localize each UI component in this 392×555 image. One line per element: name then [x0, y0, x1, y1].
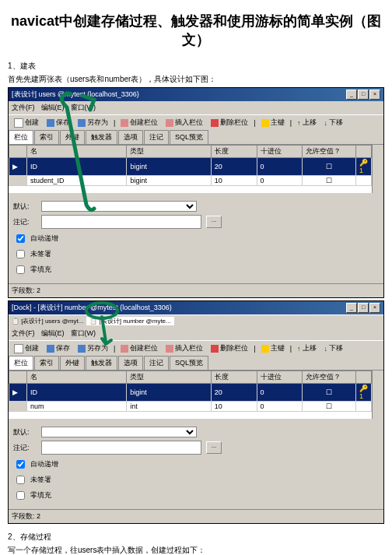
save-button[interactable]: 保存 — [44, 342, 72, 354]
titlebar[interactable]: [表设计] users @mytest (localhost_3306) _ □… — [9, 88, 383, 101]
scrollbar[interactable] — [372, 145, 383, 193]
tab-trigger[interactable]: 触发器 — [86, 356, 117, 370]
field-form: 默认: 注记: ... 自动递增 未签署 零填充 — [9, 419, 383, 509]
saveas-icon — [78, 345, 86, 353]
field-grid[interactable]: 名 类型 长度 十进位 允许空值？ ▶ ID bigint 20 0 ☐ 🔑1 — [9, 371, 372, 419]
save-icon — [47, 119, 54, 127]
page-title: navicat中创建存储过程、触发器和使用游标的简单实例（图文） — [8, 12, 384, 49]
maximize-button[interactable]: □ — [358, 90, 369, 100]
field-grid[interactable]: 名 类型 长度 十进位 允许空值？ ▶ ID bigint 20 0 ☐ 🔑1 — [9, 145, 372, 193]
new-icon — [14, 118, 23, 128]
menu-edit[interactable]: 编辑(E) — [41, 103, 65, 113]
col-name[interactable]: 名 — [26, 146, 126, 158]
comment-input[interactable] — [41, 215, 201, 229]
tab-fk[interactable]: 外键 — [60, 356, 85, 370]
tab-options[interactable]: 选项 — [118, 130, 143, 144]
comment-browse-button[interactable]: ... — [206, 216, 222, 228]
menu-window[interactable]: 窗口(W) — [71, 328, 96, 339]
delcol-button[interactable]: 删除栏位 — [208, 342, 250, 354]
autoinc-checkbox[interactable] — [16, 234, 25, 243]
pk-button[interactable]: 主键 — [259, 342, 287, 354]
tab-options[interactable]: 选项 — [118, 356, 143, 370]
menu-file[interactable]: 文件(F) — [12, 103, 35, 113]
menu-file[interactable]: 文件(F) — [12, 328, 35, 339]
tab-index[interactable]: 索引 — [34, 356, 59, 370]
new-button[interactable]: 创建 — [12, 342, 41, 354]
table-row[interactable]: ▶ ID bigint 20 0 ☐ 🔑1 — [9, 384, 372, 402]
table-row[interactable]: num int 10 0 ☐ — [9, 402, 372, 412]
comment-browse-button[interactable]: ... — [206, 441, 222, 454]
menu-window[interactable]: 窗口(W) — [71, 103, 96, 113]
default-select[interactable] — [41, 201, 197, 212]
up-button[interactable]: ↑上移 — [295, 342, 319, 354]
autoinc-checkbox[interactable] — [16, 460, 25, 469]
default-select[interactable] — [41, 427, 197, 437]
delcol-button[interactable]: 删除栏位 — [208, 117, 250, 128]
toolbar: 创建 保存 另存为 | 创建栏位 插入栏位 删除栏位 | 主键 | ↑上移 ↓下… — [9, 340, 383, 356]
doc-tab-users[interactable]: 📋 [表设计] users @myt... — [12, 317, 83, 325]
new-icon — [14, 344, 23, 353]
col-null[interactable]: 允许空值？ — [303, 146, 356, 158]
table-row[interactable]: ▶ ID bigint 20 0 ☐ 🔑1 — [9, 158, 372, 176]
tab-index[interactable]: 索引 — [34, 130, 59, 144]
col-null[interactable]: 允许空值？ — [303, 371, 356, 384]
col-name[interactable]: 名 — [26, 371, 126, 384]
zerofill-checkbox[interactable] — [16, 265, 25, 274]
new-button[interactable]: 创建 — [12, 117, 41, 128]
addcol-button[interactable]: 创建栏位 — [118, 117, 160, 128]
titlebar[interactable]: [Dock] - [表设计] number @mytest (localhost… — [9, 301, 383, 314]
tab-trigger[interactable]: 触发器 — [86, 130, 117, 144]
tab-fields[interactable]: 栏位 — [9, 356, 33, 370]
col-type[interactable]: 类型 — [127, 371, 211, 384]
section-2-num: 2、存储过程 — [8, 532, 384, 543]
tab-comment[interactable]: 注记 — [144, 356, 169, 370]
tab-sql[interactable]: SQL预览 — [170, 356, 208, 370]
delcol-icon — [211, 119, 219, 127]
down-button[interactable]: ↓下移 — [322, 117, 346, 128]
tab-sql[interactable]: SQL预览 — [170, 130, 208, 144]
tab-fields[interactable]: 栏位 — [9, 130, 33, 144]
col-dec[interactable]: 十进位 — [257, 371, 303, 384]
close-button[interactable]: × — [369, 303, 380, 313]
unsigned-label: 未签署 — [30, 475, 51, 485]
col-dec[interactable]: 十进位 — [257, 146, 303, 158]
table-row[interactable]: student_ID bigint 10 0 ☐ — [9, 176, 372, 186]
tab-fk[interactable]: 外键 — [60, 130, 85, 144]
arrow-down-icon: ↓ — [324, 119, 328, 127]
delcol-icon — [211, 345, 219, 353]
section-1-desc: 首先先建两张表（users表和number表），具体设计如下图： — [8, 74, 384, 85]
inscol-button[interactable]: 插入栏位 — [163, 117, 205, 128]
maximize-button[interactable]: □ — [358, 303, 369, 313]
comment-label: 注记: — [13, 443, 37, 453]
statusbar: 字段数: 2 — [9, 283, 383, 297]
tab-comment[interactable]: 注记 — [144, 130, 169, 144]
unsigned-checkbox[interactable] — [16, 250, 25, 258]
minimize-button[interactable]: _ — [346, 303, 357, 313]
minimize-button[interactable]: _ — [346, 90, 357, 100]
comment-input[interactable] — [41, 441, 201, 455]
down-button[interactable]: ↓下移 — [322, 342, 346, 354]
section-2-desc: 写一个存储过程，往users表中插入数据，创建过程如下： — [8, 545, 384, 555]
unsigned-checkbox[interactable] — [16, 476, 25, 484]
col-len[interactable]: 长度 — [211, 146, 257, 158]
pk-button[interactable]: 主键 — [259, 117, 287, 128]
pk-icon: 🔑1 — [359, 385, 368, 400]
zerofill-label: 零填充 — [30, 490, 51, 501]
addcol-button[interactable]: 创建栏位 — [118, 342, 160, 354]
inscol-button[interactable]: 插入栏位 — [163, 342, 205, 354]
saveas-button[interactable]: 另存为 — [75, 342, 110, 354]
scrollbar[interactable] — [372, 371, 383, 419]
window-title: [表设计] users @mytest (localhost_3306) — [12, 90, 139, 100]
table-designer-window-number: [Dock] - [表设计] number @mytest (localhost… — [8, 300, 384, 524]
col-type[interactable]: 类型 — [127, 146, 211, 158]
saveas-button[interactable]: 另存为 — [75, 117, 110, 128]
col-len[interactable]: 长度 — [211, 371, 257, 384]
zerofill-checkbox[interactable] — [16, 491, 25, 500]
doc-tab-number[interactable]: 📋 [表设计] number @myte... — [86, 317, 173, 325]
row-header — [9, 371, 27, 384]
up-button[interactable]: ↑上移 — [295, 117, 319, 128]
save-button[interactable]: 保存 — [44, 117, 72, 128]
menu-edit[interactable]: 编辑(E) — [41, 328, 65, 339]
tabbar: 栏位 索引 外键 触发器 选项 注记 SQL预览 — [9, 356, 383, 371]
close-button[interactable]: × — [369, 90, 380, 100]
